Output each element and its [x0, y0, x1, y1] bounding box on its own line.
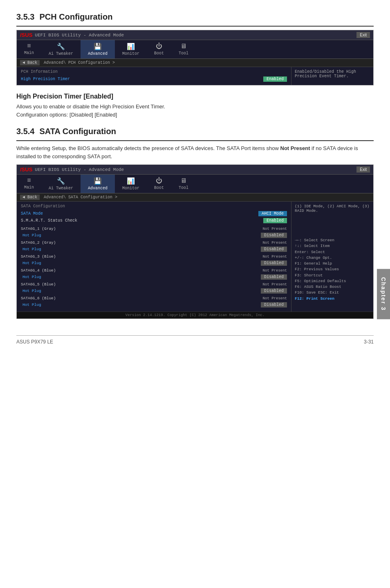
bios-nav-tweaker-1[interactable]: 🔧 Ai Tweaker: [41, 40, 81, 58]
bios-hpt-row[interactable]: High Precision Timer Enabled: [21, 76, 287, 83]
bios-nav-boot-label-1: Boot: [154, 51, 164, 56]
bios-logo-2: /SUS UEFI BIOS Utility - Advanced Mode: [20, 166, 124, 173]
bios-sata5-hotplug: Hot Plug: [22, 289, 41, 293]
bios-sata2-row[interactable]: SATA6G_2 (Gray) Not Present Hot Plug Dis…: [21, 240, 287, 253]
bios-footer-2: Version 2.14.1219. Copyright (C) 2012 Am…: [17, 312, 373, 319]
bios-sata-mode-label: SATA Mode: [21, 211, 43, 216]
bios-sata5-sub: Hot Plug Disabled: [21, 287, 287, 294]
bios-nav-advanced-1[interactable]: 💾 Advanced: [81, 40, 115, 58]
bios-sata2-sub: Hot Plug Disabled: [21, 246, 287, 253]
bios-nav-boot-1[interactable]: ⏻ Boot: [147, 40, 171, 58]
bios-smart-row[interactable]: S.M.A.R.T. Status Check Enabled: [21, 217, 287, 224]
bios-sata-right-info: (1) IDE Mode, (2) AHCI Mode, (3) RAID Mo…: [295, 204, 370, 213]
bios-sata4-row[interactable]: SATA6G_4 (Blue) Not Present Hot Plug Dis…: [21, 267, 287, 281]
section-title-353: PCH Configuration: [39, 12, 112, 22]
boot-icon-1: ⏻: [156, 43, 162, 50]
bios-sata3-notpresent: Not Present: [263, 255, 287, 259]
bios-exit-btn-1[interactable]: Exit: [356, 32, 370, 38]
section-divider-354: [16, 140, 374, 141]
bios-smart-value: Enabled: [263, 218, 287, 223]
bios-sata1-notpresent: Not Present: [263, 227, 287, 231]
bios-sata2-notpresent: Not Present: [263, 241, 287, 245]
bios-sata1-main: SATA6G_1 (Gray) Not Present: [21, 226, 287, 232]
asus-logo-1: /SUS: [20, 32, 32, 38]
bios-topbar-1: /SUS UEFI BIOS Utility - Advanced Mode E…: [17, 30, 373, 40]
bios-left-panel-1: PCH Information High Precision Timer Ena…: [17, 67, 291, 85]
legend-arrows: →←: Select Screen: [295, 238, 370, 243]
bios-sata3-label: SATA6G_3 (Blue): [21, 254, 56, 259]
bios-breadcrumb-2: ◄ Back Advanced\ SATA Configuration >: [17, 193, 373, 202]
legend-f5: F5: Optimized Defaults: [295, 278, 370, 284]
bios-content-1: PCH Information High Precision Timer Ena…: [17, 67, 373, 85]
page-footer: ASUS P9X79 LE 3-31: [16, 335, 374, 345]
bios-nav-tweaker-2[interactable]: 🔧 Ai Tweaker: [41, 175, 81, 193]
bios-nav-tool-label-2: Tool: [179, 186, 188, 190]
bios-right-panel-1: Enabled/Disabled the High Precision Even…: [291, 67, 373, 85]
bios-sata2-label: SATA6G_2 (Gray): [21, 240, 56, 245]
bios-nav-tool-1[interactable]: 🖥 Tool: [171, 40, 196, 58]
bios-nav-advanced-label-1: Advanced: [88, 52, 108, 56]
bios-sata1-hotplug-val: Disabled: [261, 233, 287, 238]
bios-nav-monitor-label-2: Monitor: [122, 186, 139, 191]
hpt-subsection: High Precision Timer [Enabled] Allows yo…: [16, 93, 374, 119]
bios-nav-monitor-label-1: Monitor: [122, 52, 139, 56]
bios-sata3-row[interactable]: SATA6G_3 (Blue) Not Present Hot Plug Dis…: [21, 254, 287, 267]
boot-icon-2: ⏻: [156, 177, 162, 185]
bios-nav-2: ≡ Main 🔧 Ai Tweaker 💾 Advanced 📊 Monitor…: [17, 175, 373, 193]
bios-sata1-row[interactable]: SATA6G_1 (Gray) Not Present Hot Plug Dis…: [21, 226, 287, 239]
tool-icon-2: 🖥: [180, 177, 187, 185]
bios-nav-advanced-2[interactable]: 💾 Advanced: [81, 175, 115, 193]
legend-f1: F1: General Help: [295, 261, 370, 267]
bios-nav-main-label-2: Main: [24, 185, 34, 190]
bios-screenshot-1: /SUS UEFI BIOS Utility - Advanced Mode E…: [16, 30, 374, 85]
bios-nav-tool-2[interactable]: 🖥 Tool: [171, 175, 196, 193]
bios-sata-ports: SATA6G_1 (Gray) Not Present Hot Plug Dis…: [21, 226, 287, 308]
bios-nav-monitor-2[interactable]: 📊 Monitor: [115, 175, 147, 193]
bios-sata-mode-value: AHCI Mode: [258, 211, 287, 216]
legend-f6: F6: ASUS Ratio Boost: [295, 284, 370, 290]
bios-nav-main-label-1: Main: [24, 51, 34, 55]
legend-updown: ↑↓: Select Item: [295, 243, 370, 249]
bios-nav-main-1[interactable]: ≡ Main: [17, 40, 41, 58]
bios-nav-monitor-1[interactable]: 📊 Monitor: [115, 40, 147, 58]
chapter-tab: Chapter 3: [377, 269, 390, 319]
bios-sata-mode-row[interactable]: SATA Mode AHCI Mode: [21, 210, 287, 217]
main-icon-1: ≡: [27, 43, 31, 50]
bios-nav-tweaker-label-2: Ai Tweaker: [49, 186, 73, 191]
bios-sata6-notpresent: Not Present: [263, 296, 287, 301]
bios-screenshot-2: /SUS UEFI BIOS Utility - Advanced Mode E…: [16, 164, 374, 319]
legend-f2: F2: Previous Values: [295, 267, 370, 272]
bios-breadcrumb-1: ◄ Back Advanced\ PCH Configuration >: [17, 59, 373, 67]
bios-sata2-hotplug: Hot Plug: [22, 247, 41, 251]
bios-sata6-row[interactable]: SATA6G_6 (Blue) Not Present Hot Plug Dis…: [21, 295, 287, 308]
bios-sata4-hotplug: Hot Plug: [22, 275, 41, 279]
bios-exit-btn-2[interactable]: Exit: [356, 166, 370, 173]
advanced-icon-1: 💾: [94, 43, 102, 51]
bios-nav-main-2[interactable]: ≡ Main: [17, 175, 41, 193]
bios-topbar-2: /SUS UEFI BIOS Utility - Advanced Mode E…: [17, 165, 373, 175]
bios-sata3-hotplug: Hot Plug: [22, 261, 41, 265]
hpt-description: Allows you to enable or disable the High…: [16, 103, 374, 119]
bios-right-text-1: Enabled/Disabled the High Precision Even…: [295, 70, 356, 79]
bios-sata6-sub: Hot Plug Disabled: [21, 301, 287, 308]
tool-icon-1: 🖥: [180, 43, 187, 50]
advanced-icon-2: 💾: [94, 177, 102, 185]
bios-breadcrumb-path-1: Advanced\ PCH Configuration >: [44, 61, 115, 65]
bios-back-btn-2[interactable]: ◄ Back: [20, 195, 40, 200]
legend-f12: F12: Print Screen: [295, 296, 370, 302]
bios-back-btn-1[interactable]: ◄ Back: [20, 60, 40, 65]
bios-hpt-label: High Precision Timer: [21, 77, 70, 81]
bios-sata5-row[interactable]: SATA6G_5 (Blue) Not Present Hot Plug Dis…: [21, 281, 287, 294]
bios-nav-boot-2[interactable]: ⏻ Boot: [147, 175, 171, 193]
main-icon-2: ≡: [27, 177, 31, 184]
bios-hpt-value: Enabled: [263, 76, 287, 82]
tweaker-icon-1: 🔧: [57, 43, 65, 51]
bios-section-label-1: PCH Information: [21, 70, 287, 74]
bios-sata-section-label: SATA Configuration: [21, 204, 287, 209]
bios-sata5-notpresent: Not Present: [263, 283, 287, 287]
bios-sata1-hotplug: Hot Plug: [22, 233, 41, 238]
bios-sata6-main: SATA6G_6 (Blue) Not Present: [21, 295, 287, 301]
bios-nav-tool-label-1: Tool: [179, 51, 188, 56]
bios-key-legend: →←: Select Screen ↑↓: Select Item Enter:…: [295, 238, 370, 302]
bios-sata4-notpresent: Not Present: [263, 269, 287, 273]
